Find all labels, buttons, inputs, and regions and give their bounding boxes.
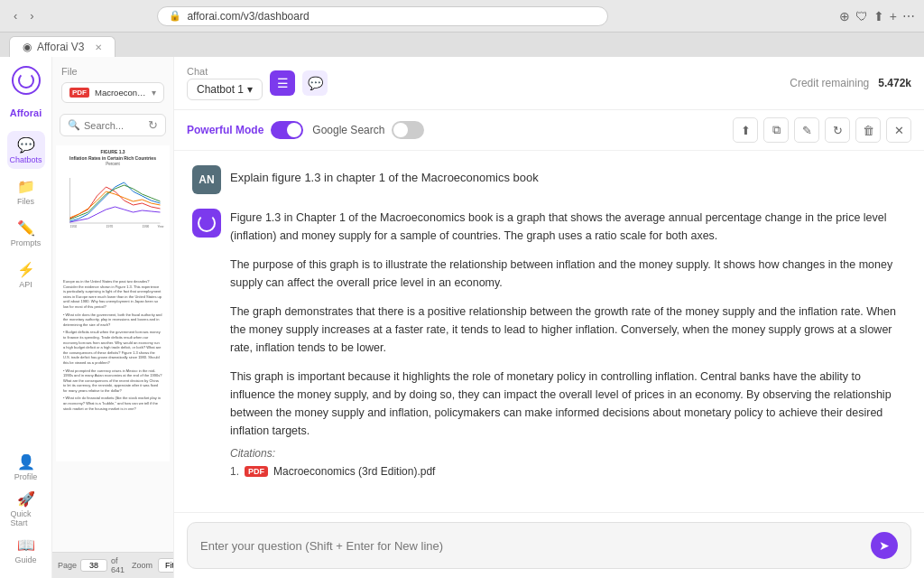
svg-text:1970: 1970	[106, 225, 114, 228]
browser-controls: ‹ ›	[9, 7, 39, 24]
file-section-label: File	[61, 66, 164, 77]
page-number-input[interactable]	[80, 559, 107, 572]
credit-display: Credit remaining 5.472k	[790, 77, 911, 89]
guide-label: Guide	[14, 555, 36, 564]
edit-icon-button[interactable]: ✎	[794, 117, 819, 143]
chart-figure: FIGURE 1.3 Inflation Rates in Certain Ri…	[60, 149, 166, 275]
ai-content: Figure 1.3 in Chapter 1 of the Macroecon…	[230, 209, 906, 478]
pdf-page-inner: FIGURE 1.3 Inflation Rates in Certain Ri…	[56, 145, 170, 461]
google-search-label: Google Search	[312, 124, 384, 136]
file-panel-header: File PDF Macroeconomics (3rd Edition).pd…	[52, 57, 173, 108]
sidebar-item-chatbots[interactable]: 💬 Chatbots	[7, 131, 45, 169]
pdf-text-preview: Europe as in the United States the past …	[60, 275, 166, 416]
files-icon: 📁	[17, 178, 35, 195]
citation-filename: Macroeconomics (3rd Edition).pdf	[273, 465, 435, 478]
back-button[interactable]: ‹	[9, 7, 22, 24]
chevron-down-icon: ▾	[152, 88, 156, 98]
plus-icon[interactable]: +	[890, 9, 897, 23]
ai-avatar	[192, 209, 221, 238]
citations-label: Citations:	[230, 447, 906, 460]
svg-text:Year: Year	[158, 225, 165, 228]
share-icon[interactable]: ⬆	[873, 9, 884, 23]
chart-svg: 1950 1970 1990 Year	[60, 169, 166, 232]
ai-paragraph-2: The purpose of this graph is to illustra…	[230, 256, 906, 292]
pdf-preview-area: FIGURE 1.3 Inflation Rates in Certain Ri…	[52, 142, 173, 552]
tab-label: Afforai V3	[37, 41, 84, 53]
quickstart-icon: 🚀	[17, 490, 35, 508]
chatbots-icon: 💬	[17, 136, 35, 154]
sidebar-narrow: Afforai 💬 Chatbots 📁 Files ✏️ Prompts ⚡ …	[0, 57, 52, 578]
chat-label: Chat	[187, 66, 208, 77]
tab-close-icon[interactable]: ✕	[95, 42, 102, 52]
google-search-toggle: Google Search	[312, 121, 424, 139]
delete-icon-button[interactable]: 🗑	[855, 117, 881, 143]
input-area: ➤	[174, 512, 924, 578]
credit-value: 5.472k	[878, 77, 911, 89]
file-name: Macroeconomics (3rd Edition).pdf	[95, 88, 146, 98]
sidebar-item-prompts[interactable]: ✏️ Prompts	[7, 214, 45, 252]
api-label: API	[19, 280, 32, 289]
powerful-mode-switch[interactable]	[271, 121, 303, 139]
sidebar-item-files[interactable]: 📁 Files	[7, 172, 45, 210]
google-search-switch[interactable]	[392, 121, 424, 139]
page-total-label: of 641	[111, 556, 125, 574]
chat-header-left: Chat Chatbot 1 ▾ ☰ 💬	[187, 66, 328, 100]
send-icon: ➤	[879, 538, 890, 553]
zoom-select[interactable]: Fit Width 50% 100% 150%	[158, 558, 174, 573]
user-message-text: Explain figure 1.3 in chapter 1 of the M…	[230, 165, 539, 184]
chatbot-selector[interactable]: Chatbot 1 ▾	[187, 79, 263, 100]
bubble-view-button[interactable]: 💬	[302, 70, 328, 96]
chat-view-button[interactable]: ☰	[270, 70, 295, 96]
search-input[interactable]	[84, 120, 144, 131]
ai-paragraph-4: This graph is important because it highl…	[230, 368, 906, 440]
svg-text:1950: 1950	[70, 225, 78, 228]
forward-button[interactable]: ›	[25, 7, 38, 24]
credit-label: Credit remaining	[790, 77, 869, 89]
chart-axis-label: Percent	[60, 162, 166, 166]
pdf-page-preview: FIGURE 1.3 Inflation Rates in Certain Ri…	[56, 145, 170, 461]
copy-icon-button[interactable]: ⧉	[763, 117, 789, 143]
file-selector-dropdown[interactable]: PDF Macroeconomics (3rd Edition).pdf ▾	[61, 82, 164, 103]
shield-icon[interactable]: 🛡	[855, 9, 868, 23]
sidebar-item-guide[interactable]: 📖 Guide	[7, 531, 45, 569]
bubble-icon: 💬	[308, 76, 323, 90]
chat-input[interactable]	[200, 539, 864, 553]
brand-label: Afforai	[10, 107, 42, 118]
google-search-knob	[393, 123, 408, 137]
close-icon-button[interactable]: ✕	[886, 117, 911, 143]
citation-pdf-badge: PDF	[245, 466, 268, 477]
prompts-icon: ✏️	[17, 219, 35, 237]
file-panel: File PDF Macroeconomics (3rd Edition).pd…	[52, 57, 174, 578]
address-bar[interactable]: 🔒 afforai.com/v3/dashboard	[157, 6, 608, 26]
tab-bar: ◉ Afforai V3 ✕	[0, 33, 924, 57]
send-button[interactable]: ➤	[871, 532, 898, 559]
pdf-nav-bar: Page of 641 Zoom Fit Width 50% 100% 150%	[52, 552, 173, 578]
profile-icon: 👤	[17, 453, 35, 471]
quickstart-label: Quick Start	[11, 509, 42, 527]
user-avatar-text: AN	[199, 173, 214, 186]
ai-paragraph-3: The graph demonstrates that there is a p…	[230, 303, 906, 357]
refresh-icon[interactable]: ↻	[148, 118, 158, 132]
logo-button[interactable]	[12, 66, 41, 95]
svg-text:1990: 1990	[143, 225, 150, 228]
chat-header: Chat Chatbot 1 ▾ ☰ 💬 Credit remaining 5.…	[174, 57, 924, 110]
upload-icon-button[interactable]: ⬆	[733, 117, 758, 143]
search-icon: 🔍	[68, 119, 80, 131]
input-box: ➤	[187, 522, 911, 569]
pdf-badge: PDF	[69, 88, 89, 98]
cast-icon[interactable]: ⊕	[839, 9, 850, 23]
user-message: AN Explain figure 1.3 in chapter 1 of th…	[192, 165, 906, 194]
refresh-icon-button[interactable]: ↻	[825, 117, 850, 143]
profile-label: Profile	[14, 472, 38, 481]
active-tab[interactable]: ◉ Afforai V3 ✕	[9, 36, 116, 57]
menu-icon[interactable]: ⋯	[902, 9, 915, 23]
sidebar-item-profile[interactable]: 👤 Profile	[7, 448, 45, 486]
sidebar-item-quickstart[interactable]: 🚀 Quick Start	[7, 489, 45, 527]
citation-item: 1. PDF Macroeconomics (3rd Edition).pdf	[230, 465, 906, 478]
sidebar-item-api[interactable]: ⚡ API	[7, 256, 45, 294]
ai-message: Figure 1.3 in Chapter 1 of the Macroecon…	[192, 209, 906, 478]
chart-figure-label: FIGURE 1.3	[60, 149, 166, 154]
chat-icon: ☰	[277, 76, 289, 90]
messages-area: AN Explain figure 1.3 in chapter 1 of th…	[174, 151, 924, 512]
browser-right-controls: ⊕ 🛡 ⬆ + ⋯	[839, 9, 915, 23]
